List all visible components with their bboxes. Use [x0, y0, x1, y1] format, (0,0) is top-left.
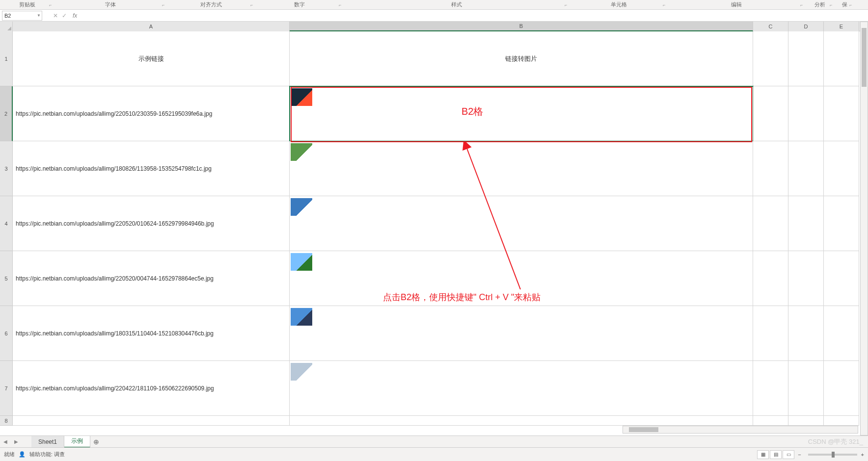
tab-nav-prev-icon[interactable]: ◀ [1, 437, 10, 446]
cell-D7[interactable] [788, 361, 824, 416]
cell-A6[interactable]: https://pic.netbian.com/uploads/allimg/1… [13, 306, 290, 361]
cell-D5[interactable] [788, 251, 824, 306]
ribbon-group-编辑[interactable]: 编辑⌐ [668, 1, 805, 8]
cell-E2[interactable] [824, 86, 859, 141]
col-header-C[interactable]: C [753, 22, 788, 31]
ribbon-group-分析[interactable]: 分析⌐ [805, 1, 835, 8]
cell-E5[interactable] [824, 251, 859, 306]
cell-D3[interactable] [788, 141, 824, 196]
cell-A5[interactable]: https://pic.netbian.com/uploads/allimg/2… [13, 251, 290, 306]
sheet-tab-bar: ◀ ▶ Sheet1 示例 ⊕ [0, 435, 868, 447]
cell-A4[interactable]: https://pic.netbian.com/uploads/allimg/2… [13, 196, 290, 251]
cell-C4[interactable] [753, 196, 788, 251]
column-headers: ABCDE [0, 22, 868, 31]
name-box-value: B2 [4, 13, 11, 19]
cell-B4[interactable] [290, 196, 753, 251]
status-bar: 就绪 👤 辅助功能: 调查 ▦ ▤ ▭ − + [0, 447, 868, 461]
ribbon-group-对齐方式[interactable]: 对齐方式⌐ [167, 1, 255, 8]
status-ready: 就绪 [4, 451, 15, 458]
row-header-2[interactable]: 2 [0, 86, 13, 141]
accessibility-icon[interactable]: 👤 [19, 451, 26, 458]
image-thumbnail[interactable] [291, 308, 312, 326]
cells-area[interactable]: 示例链接链接转图片https://pic.netbian.com/uploads… [13, 31, 859, 426]
fx-icon[interactable]: fx [73, 12, 77, 19]
ribbon-groups: 剪贴板⌐字体⌐对齐方式⌐数字⌐样式⌐单元格⌐编辑⌐分析⌐保⌐ [0, 0, 868, 10]
view-normal-icon[interactable]: ▦ [757, 450, 769, 459]
cell-D1[interactable] [788, 31, 824, 86]
vertical-scrollbar[interactable] [860, 22, 868, 435]
ribbon-group-单元格[interactable]: 单元格⌐ [570, 1, 668, 8]
view-page-layout-icon[interactable]: ▤ [770, 450, 782, 459]
cell-E4[interactable] [824, 196, 859, 251]
row-header-4[interactable]: 4 [0, 196, 13, 251]
cell-B7[interactable] [290, 361, 753, 416]
cell-D4[interactable] [788, 196, 824, 251]
enter-formula-icon[interactable]: ✓ [60, 11, 69, 20]
row-headers: 12345678 [0, 31, 13, 426]
sheet-tab-sheet1[interactable]: Sheet1 [31, 436, 64, 448]
cancel-formula-icon[interactable]: ✕ [51, 11, 60, 20]
zoom-plus-icon[interactable]: + [861, 452, 864, 458]
cell-E8[interactable] [824, 416, 859, 426]
cell-C1[interactable] [753, 31, 788, 86]
cell-A7[interactable]: https://pic.netbian.com/uploads/allimg/2… [13, 361, 290, 416]
cell-D8[interactable] [788, 416, 824, 426]
cell-B3[interactable] [290, 141, 753, 196]
cell-C7[interactable] [753, 361, 788, 416]
image-thumbnail[interactable] [291, 253, 312, 271]
row-header-7[interactable]: 7 [0, 361, 13, 416]
col-header-A[interactable]: A [13, 22, 290, 31]
image-thumbnail[interactable] [291, 198, 312, 216]
ribbon-group-样式[interactable]: 样式⌐ [344, 1, 570, 8]
cell-E6[interactable] [824, 306, 859, 361]
cell-A2[interactable]: https://pic.netbian.com/uploads/allimg/2… [13, 86, 290, 141]
col-header-B[interactable]: B [290, 22, 753, 31]
cell-E7[interactable] [824, 361, 859, 416]
zoom-slider[interactable] [808, 454, 857, 456]
status-a11y: 辅助功能: 调查 [29, 451, 65, 458]
cell-B8[interactable] [290, 416, 753, 426]
name-box-dropdown-icon[interactable]: ▼ [37, 13, 41, 18]
cell-C6[interactable] [753, 306, 788, 361]
cell-B6[interactable] [290, 306, 753, 361]
formula-bar: B2 ▼ ✕ ✓ fx [0, 10, 868, 22]
cell-B2[interactable] [290, 86, 753, 141]
sheet-tab-active[interactable]: 示例 [64, 436, 90, 448]
cell-B1[interactable]: 链接转图片 [290, 31, 753, 86]
col-header-D[interactable]: D [788, 22, 824, 31]
image-thumbnail[interactable] [291, 88, 312, 106]
cell-A1[interactable]: 示例链接 [13, 31, 290, 86]
add-sheet-button[interactable]: ⊕ [90, 438, 102, 446]
formula-input[interactable] [77, 11, 868, 21]
tab-nav-next-icon[interactable]: ▶ [12, 437, 21, 446]
watermark: CSDN @甲壳 321_ [808, 437, 863, 446]
image-thumbnail[interactable] [291, 363, 312, 381]
row-header-3[interactable]: 3 [0, 141, 13, 196]
cell-C5[interactable] [753, 251, 788, 306]
image-thumbnail[interactable] [291, 143, 312, 161]
select-all-corner[interactable] [0, 22, 13, 31]
row-header-6[interactable]: 6 [0, 306, 13, 361]
cell-E3[interactable] [824, 141, 859, 196]
col-header-E[interactable]: E [824, 22, 859, 31]
zoom-minus-icon[interactable]: − [798, 452, 801, 458]
ribbon-group-剪贴板[interactable]: 剪贴板⌐ [0, 1, 54, 8]
cell-D6[interactable] [788, 306, 824, 361]
name-box[interactable]: B2 ▼ [2, 11, 42, 21]
cell-A3[interactable]: https://pic.netbian.com/uploads/allimg/1… [13, 141, 290, 196]
ribbon-group-保[interactable]: 保⌐ [835, 1, 854, 8]
row-header-5[interactable]: 5 [0, 251, 13, 306]
cell-E1[interactable] [824, 31, 859, 86]
cell-C3[interactable] [753, 141, 788, 196]
horizontal-scrollbar[interactable] [623, 426, 858, 434]
cell-B5[interactable] [290, 251, 753, 306]
cell-C8[interactable] [753, 416, 788, 426]
row-header-1[interactable]: 1 [0, 31, 13, 86]
ribbon-group-字体[interactable]: 字体⌐ [54, 1, 167, 8]
cell-C2[interactable] [753, 86, 788, 141]
cell-D2[interactable] [788, 86, 824, 141]
row-header-8[interactable]: 8 [0, 416, 13, 426]
view-page-break-icon[interactable]: ▭ [783, 450, 794, 459]
cell-A8[interactable] [13, 416, 290, 426]
ribbon-group-数字[interactable]: 数字⌐ [255, 1, 344, 8]
